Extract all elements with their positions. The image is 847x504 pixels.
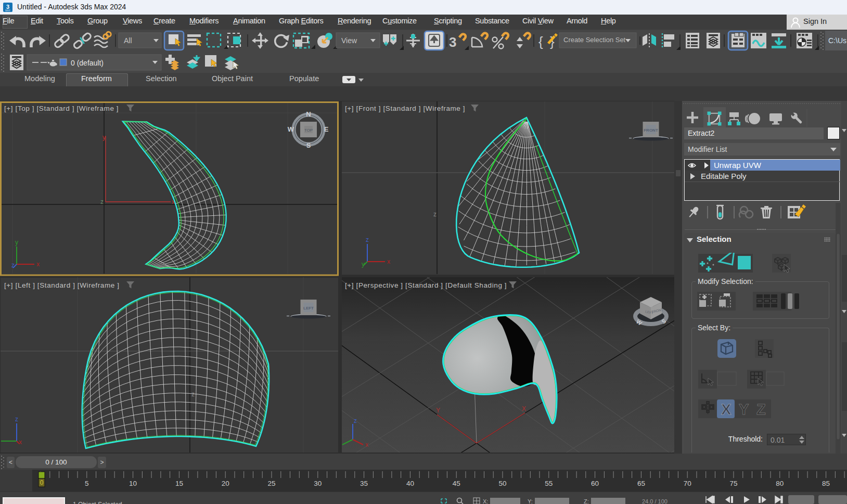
- svg-text:x: x: [36, 261, 40, 268]
- svg-text:65: 65: [637, 480, 645, 487]
- svg-text:X: X: [522, 405, 526, 412]
- svg-text:80: 80: [776, 480, 784, 487]
- svg-text:x: x: [387, 258, 390, 265]
- svg-text:LEFT: LEFT: [303, 306, 314, 311]
- svg-text:24.0 / 100: 24.0 / 100: [642, 498, 668, 504]
- svg-text:Y: Y: [739, 401, 749, 418]
- svg-text:W: W: [288, 125, 294, 133]
- svg-text:30: 30: [314, 480, 322, 487]
- svg-text:15: 15: [175, 480, 183, 487]
- svg-text:Y: Y: [436, 407, 440, 414]
- svg-text:z: z: [366, 236, 369, 243]
- svg-text:40: 40: [406, 480, 414, 487]
- svg-text:[+] [Perspective ] [Standard ]: [+] [Perspective ] [Standard ] [Default …: [345, 281, 507, 289]
- svg-text:y: y: [15, 239, 18, 246]
- svg-text:25: 25: [267, 480, 275, 487]
- svg-text:60: 60: [591, 480, 599, 487]
- svg-text:Y:: Y:: [528, 498, 533, 504]
- svg-text:85: 85: [822, 480, 830, 487]
- svg-text:FRONT: FRONT: [644, 128, 658, 133]
- svg-text:z: z: [100, 198, 104, 205]
- svg-text:TOP: TOP: [304, 128, 313, 133]
- svg-text:z: z: [15, 416, 18, 423]
- svg-text:75: 75: [729, 480, 737, 487]
- svg-text:10: 10: [129, 480, 137, 487]
- svg-text:N: N: [306, 110, 311, 118]
- svg-text:0: 0: [40, 479, 44, 486]
- svg-text:X:: X:: [483, 498, 488, 504]
- svg-text:E: E: [324, 125, 329, 133]
- svg-text:S: S: [306, 141, 311, 149]
- svg-text:z: z: [433, 211, 437, 218]
- svg-text:55: 55: [545, 480, 553, 487]
- svg-text:Z:: Z:: [584, 498, 589, 504]
- svg-text:x: x: [19, 438, 22, 446]
- svg-text:z: z: [191, 391, 195, 398]
- svg-text:50: 50: [498, 480, 506, 487]
- svg-text:45: 45: [453, 480, 460, 487]
- svg-text:Z: Z: [756, 401, 766, 418]
- svg-text:70: 70: [684, 480, 691, 487]
- svg-text:[+] [Front ] [Standard ] [Wire: [+] [Front ] [Standard ] [Wireframe ]: [345, 105, 465, 112]
- svg-text:x: x: [365, 441, 368, 448]
- svg-text:z: z: [354, 417, 357, 424]
- svg-text:[+] [Left ] [Standard ] [Wiref: [+] [Left ] [Standard ] [Wireframe ]: [4, 281, 120, 289]
- svg-text:5: 5: [85, 480, 89, 487]
- svg-text:35: 35: [360, 480, 368, 487]
- svg-text:[+] [Top ] [Standard ] [Wirefr: [+] [Top ] [Standard ] [Wireframe ]: [4, 105, 119, 112]
- svg-text:X: X: [721, 401, 732, 418]
- svg-text:y: y: [102, 134, 106, 141]
- svg-text:20: 20: [222, 480, 229, 487]
